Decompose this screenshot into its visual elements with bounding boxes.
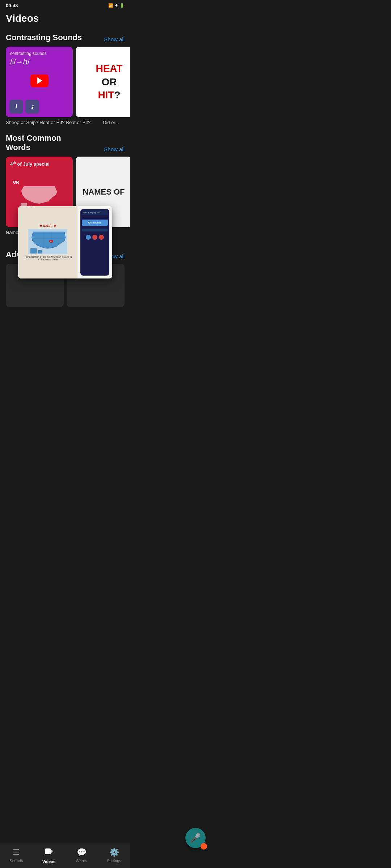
- contrasting-sounds-title: Contrasting Sounds: [6, 33, 82, 42]
- popup-phone-row-1: 4th Of July Special: [82, 210, 108, 215]
- popup-map-svg-detail: OK: [28, 229, 68, 254]
- airplane-icon: ✈: [115, 3, 118, 8]
- most-common-words-header: Most Common Words Show all: [0, 131, 130, 157]
- contrasting-sounds-show-all[interactable]: Show all: [104, 36, 125, 42]
- sound-card-1-phoneme: /i/→/ɪ/: [10, 58, 30, 66]
- popup-header: ★ U.S.A. ★: [39, 224, 56, 227]
- page-title: Videos: [0, 10, 130, 30]
- status-icons: 📶 ✈ 🔋: [108, 3, 125, 8]
- popup-map: ★ U.S.A. ★ OK Pronunciation of the 50 Am…: [18, 206, 77, 278]
- popup-phone-row-2: [82, 229, 108, 231]
- popup-overlay: ★ U.S.A. ★ OK Pronunciation of the 50 Am…: [18, 206, 112, 278]
- badge-i: i: [9, 100, 23, 114]
- popup-phone-screen: 4th Of July Special Oklahoma: [80, 209, 109, 276]
- contrasting-sounds-scroll: contrasting sounds /i/→/ɪ/ i ɪ HEAT OR H…: [0, 47, 130, 117]
- popup-usa-text: U.S.A.: [43, 224, 53, 227]
- popup-phone: 4th Of July Special Oklahoma: [80, 209, 109, 276]
- popup-caption: Pronunciation of the 50 American States …: [21, 256, 75, 261]
- sound-badges-1: i ɪ: [9, 100, 39, 114]
- time: 00:48: [6, 3, 18, 8]
- contrasting-sounds-caption: Sheep or Ship? Heat or Hit? Beat or Bit?…: [0, 117, 130, 127]
- sound-card-1[interactable]: contrasting sounds /i/→/ɪ/ i ɪ: [6, 47, 73, 117]
- caption-2: Did or...: [103, 119, 125, 126]
- sound-card-2[interactable]: HEAT OR HIT?: [76, 47, 130, 117]
- popup-state-name: Oklahoma: [83, 221, 106, 224]
- battery-icon: 🔋: [119, 3, 125, 8]
- badge-I: ɪ: [25, 100, 39, 114]
- heat-or-hit-text: HEAT OR HIT?: [96, 62, 122, 102]
- contrasting-sounds-header: Contrasting Sounds Show all: [0, 30, 130, 47]
- most-common-words-show-all[interactable]: Show all: [104, 146, 125, 152]
- svg-text:OK: OK: [50, 241, 52, 243]
- sound-card-1-label: contrasting sounds: [10, 51, 47, 56]
- names-of-text: NAMES OF: [83, 187, 125, 197]
- popup-state-highlight: Oklahoma: [82, 220, 108, 226]
- status-bar: 00:48 📶 ✈ 🔋: [0, 0, 130, 10]
- wifi-icon: 📶: [108, 3, 113, 8]
- special-label: 4th of July special: [10, 161, 50, 167]
- most-common-words-title: Most Common Words: [6, 133, 61, 153]
- caption-1: Sheep or Ship? Heat or Hit? Beat or Bit?: [6, 119, 97, 126]
- youtube-play-btn-1[interactable]: [30, 75, 49, 87]
